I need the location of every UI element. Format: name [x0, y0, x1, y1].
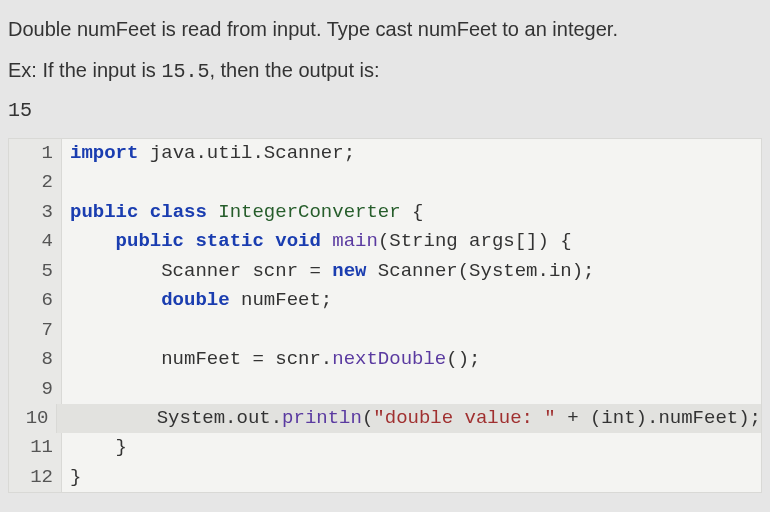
code-line: 4 public static void main(String args[])…: [9, 227, 761, 256]
code-line: 9: [9, 375, 761, 404]
line-number: 6: [9, 286, 62, 315]
code-line: 6 double numFeet;: [9, 286, 761, 315]
line-number: 8: [9, 345, 62, 374]
code-line: 5 Scanner scnr = new Scanner(System.in);: [9, 257, 761, 286]
line-number: 5: [9, 257, 62, 286]
line-number: 7: [9, 316, 62, 345]
example-input-value: 15.5: [161, 60, 209, 83]
code-line: 1 import java.util.Scanner;: [9, 139, 761, 168]
example-suffix: , then the output is:: [209, 59, 379, 81]
code-line: 12 }: [9, 463, 761, 492]
example-prefix: Ex: If the input is: [8, 59, 161, 81]
line-number: 11: [9, 433, 62, 462]
line-number: 12: [9, 463, 62, 492]
line-number: 9: [9, 375, 62, 404]
code-line: 11 }: [9, 433, 761, 462]
problem-statement: Double numFeet is read from input. Type …: [8, 16, 762, 43]
code-line: 8 numFeet = scnr.nextDouble();: [9, 345, 761, 374]
line-number: 4: [9, 227, 62, 256]
code-line: 7: [9, 316, 761, 345]
expected-output: 15: [8, 99, 762, 122]
line-number: 3: [9, 198, 62, 227]
code-line-highlighted: 10 System.out.println("double value: " +…: [9, 404, 761, 433]
code-line: 2: [9, 168, 761, 197]
code-line: 3 public class IntegerConverter {: [9, 198, 761, 227]
line-number: 2: [9, 168, 62, 197]
code-editor[interactable]: 1 import java.util.Scanner; 2 3 public c…: [8, 138, 762, 493]
example-line: Ex: If the input is 15.5, then the outpu…: [8, 57, 762, 85]
line-number: 1: [9, 139, 62, 168]
line-number: 10: [9, 404, 57, 433]
